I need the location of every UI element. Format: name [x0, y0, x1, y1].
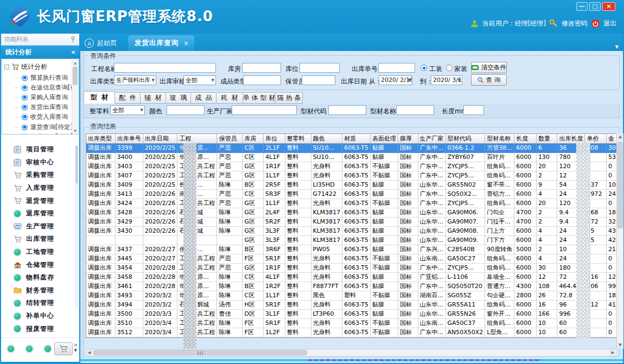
tree-item[interactable]: —采购入库查询 [14, 92, 77, 102]
table-row[interactable]: 调拨出库34932020/3/2华 原...陈琳C区1L1F整料黑色塑料不贴膜国… [86, 291, 623, 300]
sidebar-item-结转管理[interactable]: 结转管理 [1, 297, 79, 310]
pin-icon[interactable] [69, 36, 77, 43]
table-row[interactable]: 调拨出库34282020/2/26石 城陈琳G区2L4F整料KLM3817606… [86, 208, 623, 217]
tab-shipping-outbound-query[interactable]: 发货出库查询 × [128, 35, 194, 51]
column-header-保管员[interactable]: 保管员 [217, 134, 243, 143]
tree-item[interactable]: —在途信息查询[待 [14, 82, 77, 92]
column-header-数量[interactable]: 数量 [536, 134, 557, 143]
manufacturer-input[interactable] [232, 105, 297, 115]
table-row[interactable]: G区3L3F整料KLM38176063-T5贴膜国标山东华...GA90M09.… [86, 235, 623, 245]
outbound-audit-select[interactable]: 全部 [183, 75, 216, 85]
clear-conditions-button[interactable]: 清空条件 [471, 62, 507, 73]
length-input[interactable] [463, 105, 484, 115]
column-header-库房[interactable]: 库房 [243, 134, 264, 143]
sidebar-item-入库管理[interactable]: 入库管理 [1, 182, 79, 195]
maximize-button[interactable]: □ [589, 2, 601, 11]
sidebar-section-header[interactable]: 统计分析 « [1, 46, 79, 59]
change-password-link[interactable]: 修改密码 [562, 19, 588, 28]
table-row[interactable]: 调拨出库33992020/2/25华 原...严思C区2L1F整料SU10...… [86, 143, 623, 152]
table-row[interactable]: 调拨出库34002020/2/25华 原...严思C区4L1F整料SU10...… [86, 152, 623, 162]
table-row[interactable]: 调拨出库35102020/3/4工 共工程陈琳F区5R1F整料光身料6063-T… [86, 318, 623, 328]
radio-jiazhuang[interactable] [446, 65, 453, 71]
grid-horizontal-scrollbar[interactable]: ◀ ▶ [86, 349, 616, 356]
column-header-颜色[interactable]: 颜色 [311, 134, 342, 143]
date-from-select[interactable]: 2020/ 2/16 [379, 75, 412, 85]
search-button[interactable]: 查 询 [471, 74, 507, 86]
column-header-生产厂家[interactable]: 生产厂家 [418, 134, 445, 143]
date-to-select[interactable]: 2020/ 3/16 [431, 75, 462, 85]
table-row[interactable]: 调拨出库34542020/2/28工 共工程严思G区1R1F整料光身料6063-… [86, 263, 623, 272]
logout-link[interactable]: 退出 [603, 19, 616, 28]
sidebar-item-仓储管理[interactable]: 仓储管理 [1, 258, 79, 271]
product-type-input[interactable] [243, 75, 281, 85]
warehouse-input[interactable] [242, 63, 281, 73]
column-header-出库长度[interactable]: 出库长度 [557, 134, 585, 143]
project-name-input[interactable] [114, 63, 216, 73]
column-header-整零料[interactable]: 整零料 [285, 134, 311, 143]
material-tab-配件[interactable]: 配 件 [115, 92, 141, 104]
material-tab-型材[interactable]: 型 材 [84, 91, 115, 104]
more-buttons-chevron[interactable]: »▾ [74, 342, 78, 353]
sidebar-item-退库管理[interactable]: 退库管理 [1, 207, 79, 220]
column-header-膜厚[interactable]: 膜厚 [398, 134, 418, 143]
material-tab-成品[interactable]: 成 品 [191, 92, 217, 104]
tree-item[interactable]: —退货查询[待定] [14, 122, 77, 132]
tree-item[interactable]: —发货出库查询 [14, 103, 77, 112]
sidebar-item-生产管理[interactable]: 生产管理 [1, 220, 79, 233]
tab-overflow-chevron-icon[interactable]: ▼ [615, 44, 619, 49]
minimize-button[interactable]: — [576, 2, 588, 11]
tree-root-node[interactable]: - 统计分析 [4, 62, 47, 72]
table-row[interactable]: 调拨出库34942020/3/2石 辉城汤伟H区5R1F整料光身料6063-T5… [86, 300, 623, 309]
table-row[interactable]: 调拨出库35002020/3/3工 共工程曹佳D区3L1F整料LT3P60606… [86, 309, 623, 318]
tree-vertical-scrollbar[interactable]: ▲▼ [72, 60, 78, 133]
quick-dot-icon[interactable] [44, 346, 51, 352]
sidebar-item-报废管理[interactable]: 报废管理 [1, 322, 79, 335]
sidebar-item-补单中心[interactable]: 补单中心 [1, 310, 79, 323]
tree-item[interactable]: —预算执行查询 [14, 73, 77, 82]
sidebar-item-采购管理[interactable]: 采购管理 [1, 169, 79, 182]
table-row[interactable]: 调拨出库34242020/2/26工 共工程严思G区1L1F整料光身料6063-… [86, 199, 623, 208]
table-row[interactable]: 调拨出库34452020/2/27工 共工程严思F区5R1F整料光身料6063-… [86, 254, 623, 263]
column-header-表面处理[interactable]: 表面处理 [371, 134, 398, 143]
table-row[interactable]: 调拨出库34292020/2/26石 城陈琳G区5R2F整料KLM3817606… [86, 217, 623, 226]
collapse-icon[interactable]: « [71, 46, 75, 59]
column-header-长度[interactable]: 长度 [514, 134, 537, 143]
order-no-input[interactable] [378, 63, 415, 73]
cart-shortcut-button[interactable] [54, 342, 73, 355]
table-row[interactable]: 调拨出库34032020/2/25工 共工程严思G区1R1F整料光身料6063-… [86, 162, 623, 171]
menu-scrollbar[interactable] [75, 145, 78, 308]
column-header-出库日期[interactable]: 出库日期 [143, 134, 177, 143]
radio-jiazhuang-label[interactable]: 家装 [454, 65, 467, 74]
column-header-工程[interactable]: 工程 [177, 134, 217, 143]
radio-gongzhuang[interactable] [421, 65, 427, 71]
sidebar-item-工地管理[interactable]: 工地管理 [1, 246, 79, 259]
column-header-型材名称[interactable]: 型材名称 [485, 134, 514, 143]
whole-part-select[interactable]: 全部 [110, 105, 145, 115]
table-row[interactable]: 调拨出库34132020/2/26南 ...严思C区5R3F整料G7142260… [86, 189, 623, 199]
tree-item[interactable]: —退库管理[待定] [14, 132, 77, 135]
table-row[interactable]: 调拨出库34372020/2/27佛 ...陈琳B区3R6F整料PW056063… [86, 245, 623, 254]
sidebar-item-项目管理[interactable]: 项目管理 [1, 143, 79, 156]
radio-gongzhuang-label[interactable]: 工装 [429, 65, 442, 74]
quick-dot-icon[interactable] [8, 346, 14, 352]
close-tab-icon[interactable]: × [183, 40, 189, 47]
close-button[interactable]: × [602, 2, 615, 11]
column-header-出库单号[interactable]: 出库单号 [115, 134, 143, 143]
table-row[interactable]: 调拨出库34072020/2/25工 共工程严思G区1L1F整料光身料6063-… [86, 171, 623, 180]
column-header-单价[interactable]: 单价 [585, 134, 607, 143]
table-row[interactable]: 调拨出库34302020/2/26石 城陈琳G区3L3F整料KLM3817606… [86, 226, 623, 235]
table-row[interactable]: 调拨出库34092020/2/25长 ...陈琳B区2R5F整料LI35HD60… [86, 180, 623, 189]
sidebar-item-审核中心[interactable]: 审核中心 [1, 156, 79, 169]
profile-name-input[interactable] [396, 105, 434, 115]
location-input[interactable] [300, 63, 340, 73]
power-icon[interactable] [591, 19, 600, 28]
material-tab-玻璃[interactable]: 玻 璃 [166, 92, 191, 104]
table-row[interactable]: 调拨出库35122020/3/4工 共工程陈琳F区1L2F整料光身料6063-T… [86, 328, 623, 337]
sidebar-item-财务管理[interactable]: 财务管理 [1, 284, 79, 297]
material-tab-隔热条[interactable]: 隔 热 条 [276, 92, 303, 104]
outbound-type-select[interactable]: 生产领料出库 [114, 75, 156, 85]
tab-home[interactable]: ⌂ 起始页 [85, 37, 117, 49]
column-header-出库类型[interactable]: 出库类型 [86, 134, 115, 143]
quick-dot-icon[interactable] [26, 346, 33, 352]
key-icon[interactable] [549, 19, 558, 28]
